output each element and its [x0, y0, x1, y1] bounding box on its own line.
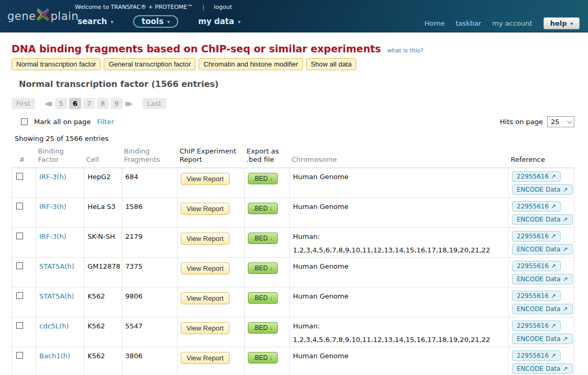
cell-value: K562 — [88, 292, 105, 300]
logout-link[interactable]: logout — [214, 4, 232, 10]
bed-export-button[interactable]: .BED↓ — [248, 352, 278, 363]
bed-export-button[interactable]: .BED↓ — [248, 262, 278, 274]
tab-show-all-data[interactable]: Show all data — [306, 58, 356, 70]
external-link-icon: ↗ — [551, 352, 556, 359]
showing-entries-text: Showing 25 of 1566 entries — [12, 135, 574, 142]
reference-pubmed-button[interactable]: 22955616↗ — [512, 231, 561, 241]
binding-factor-link[interactable]: cdc5L(h) — [39, 322, 69, 330]
row-checkbox[interactable] — [16, 173, 23, 180]
pagination-page-7[interactable]: 7 — [83, 98, 95, 109]
chromosome-value: Human Genome — [293, 173, 505, 181]
reference-pubmed-button[interactable]: 22955616↗ — [512, 261, 561, 271]
binding-factor-link[interactable]: Bach1(h) — [39, 352, 70, 360]
reference-encode-button[interactable]: ENCODE Data↗ — [512, 274, 573, 284]
external-link-icon: ↗ — [563, 275, 568, 283]
pagination-page-9[interactable]: 9 — [111, 98, 122, 109]
menu-my-data[interactable]: my data ▾ — [198, 17, 241, 26]
hits-on-page-label: Hits on page — [500, 118, 543, 126]
tab-general-transcription-factor[interactable]: General transcription factor — [104, 58, 195, 70]
reference-encode-button[interactable]: ENCODE Data↗ — [512, 184, 573, 195]
row-checkbox[interactable] — [16, 322, 23, 329]
reference-pubmed-button[interactable]: 22955616↗ — [512, 171, 561, 182]
view-report-button[interactable]: View Report — [181, 352, 230, 364]
binding-factor-link[interactable]: STAT5A(h) — [39, 292, 74, 300]
view-report-button[interactable]: View Report — [181, 203, 230, 215]
view-report-button[interactable]: View Report — [181, 322, 230, 334]
bed-export-button[interactable]: .BED↓ — [248, 233, 278, 244]
chromosome-value: Human Genome — [293, 292, 505, 300]
table-row: STAT5A(h) K562 9806 View Report .BED↓ Hu… — [12, 288, 574, 317]
my-account-link[interactable]: my account — [492, 19, 532, 27]
row-checkbox[interactable] — [16, 203, 23, 209]
pagination-page-8[interactable]: 8 — [97, 98, 108, 109]
binding-fragments-table: # Binding Factor Cell Binding Fragments … — [12, 147, 574, 375]
pagination-next-icon[interactable]: ▶▶ — [125, 100, 134, 107]
bed-export-button[interactable]: .BED↓ — [248, 322, 278, 334]
chevron-down-icon: ▾ — [167, 19, 170, 25]
tab-chromatin-histone-modifier[interactable]: Chromatin and histone modifier — [199, 58, 303, 70]
filter-link[interactable]: Filter — [97, 118, 114, 126]
chevron-down-icon: ▾ — [238, 19, 241, 25]
table-row: IRF-3(h) HepG2 684 View Report .BED↓ Hum… — [12, 168, 574, 198]
pagination-prev-icon[interactable]: ◀◀ — [43, 100, 53, 107]
bed-export-button[interactable]: .BED↓ — [248, 292, 278, 304]
pagination-page-5[interactable]: 5 — [55, 98, 67, 109]
bed-export-button[interactable]: .BED↓ — [248, 173, 278, 184]
chevron-down-icon: ▾ — [111, 19, 113, 25]
fragments-value: 2179 — [125, 233, 143, 240]
reference-pubmed-button[interactable]: 22955616↗ — [512, 350, 561, 361]
binding-factor-link[interactable]: IRF-3(h) — [39, 173, 67, 181]
reference-pubmed-button[interactable]: 22955616↗ — [512, 321, 561, 331]
chevron-down-icon: ▾ — [570, 21, 573, 26]
pagination-page-6-current[interactable]: 6 — [69, 98, 81, 109]
mark-all-checkbox[interactable] — [21, 118, 28, 125]
download-icon: ↓ — [269, 294, 273, 302]
what-is-this-link[interactable]: what is this? — [387, 47, 423, 54]
column-header-chip-report: ChIP Experiment Report — [178, 147, 245, 168]
welcome-text: Welcome to TRANSFAC® + PROTEOME™ — [75, 4, 193, 10]
row-checkbox[interactable] — [16, 262, 23, 269]
binding-factor-link[interactable]: STAT5A(h) — [39, 262, 74, 270]
download-icon: ↓ — [269, 235, 273, 242]
column-header-binding-factor: Binding Factor — [36, 147, 84, 168]
external-link-icon: ↗ — [551, 233, 556, 240]
fragments-value: 5547 — [125, 322, 143, 330]
pagination-last-button[interactable]: Last — [143, 98, 166, 109]
logo-x-icon — [36, 8, 50, 24]
chromosome-value: Human: — [293, 233, 505, 240]
taskbar-link[interactable]: taskbar — [455, 19, 481, 27]
row-checkbox[interactable] — [16, 233, 23, 239]
external-link-icon: ↗ — [563, 305, 568, 313]
row-checkbox[interactable] — [16, 352, 23, 359]
download-icon: ↓ — [269, 324, 273, 332]
view-report-button[interactable]: View Report — [181, 292, 230, 304]
tab-normal-transcription-factor[interactable]: Normal transcription factor — [12, 58, 101, 70]
menu-tools[interactable]: tools ▾ — [133, 15, 178, 28]
table-row: IRF-3(h) SK-N-SH 2179 View Report .BED↓ … — [12, 228, 574, 258]
row-checkbox[interactable] — [16, 292, 23, 299]
reference-encode-button[interactable]: ENCODE Data↗ — [512, 214, 573, 225]
binding-factor-link[interactable]: IRF-3(h) — [39, 203, 67, 211]
pagination-first-button[interactable]: First — [12, 98, 35, 109]
view-report-button[interactable]: View Report — [181, 233, 230, 245]
menu-search[interactable]: search ▾ — [78, 17, 113, 26]
binding-factor-link[interactable]: IRF-3(h) — [39, 233, 67, 240]
reference-encode-button[interactable]: ENCODE Data↗ — [512, 304, 573, 314]
reference-encode-button[interactable]: ENCODE Data↗ — [512, 363, 573, 374]
column-header-export-bed: Export as .bed file — [245, 147, 290, 168]
reference-encode-button[interactable]: ENCODE Data↗ — [512, 244, 573, 255]
view-report-button[interactable]: View Report — [181, 262, 230, 274]
genexplain-logo[interactable]: gene plain — [7, 8, 79, 24]
bed-export-button[interactable]: .BED↓ — [248, 203, 278, 214]
reference-pubmed-button[interactable]: 22955616↗ — [512, 201, 561, 212]
hits-per-page-select[interactable]: 25 — [547, 116, 574, 127]
help-button[interactable]: help ▾ — [543, 17, 580, 29]
fragments-value: 9806 — [125, 292, 143, 300]
view-report-button[interactable]: View Report — [181, 173, 230, 185]
reference-pubmed-button[interactable]: 22955616↗ — [512, 291, 561, 301]
home-link[interactable]: Home — [424, 19, 444, 27]
reference-encode-button[interactable]: ENCODE Data↗ — [512, 334, 573, 344]
table-row: STAT5A(h) GM12878 7375 View Report .BED↓… — [12, 258, 574, 288]
fragments-value: 684 — [125, 173, 138, 181]
chromosome-value: Human Genome — [293, 262, 505, 270]
